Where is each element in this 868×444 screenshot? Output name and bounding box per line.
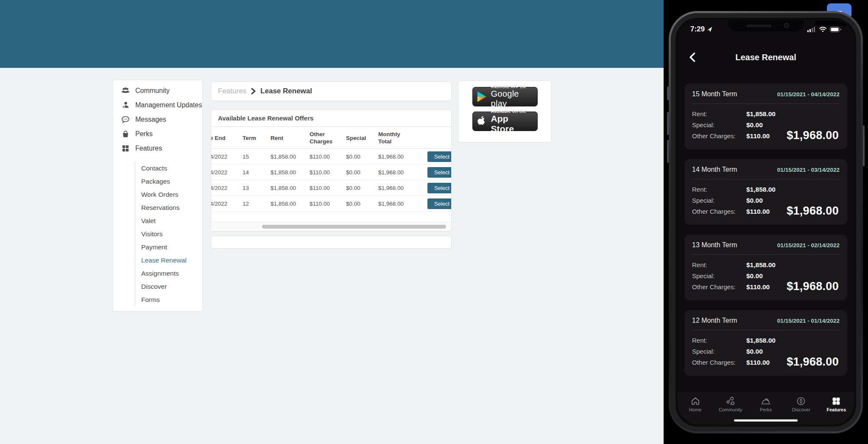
cell-term: 15 (243, 154, 271, 160)
other-charges-value: $110.00 (746, 208, 770, 215)
rent-label: Rent: (692, 109, 746, 120)
phone-frame: 7:29 (669, 11, 863, 433)
sidebar-item-label: Community (135, 87, 170, 95)
scrollbar-thumb[interactable] (262, 225, 446, 229)
breadcrumb-parent[interactable]: Features (218, 87, 246, 95)
rent-label: Rent: (692, 184, 746, 195)
breadcrumb: Features Lease Renewal (211, 81, 452, 101)
term-dates: 01/15/2021 - 02/14/2022 (777, 242, 840, 249)
features-icon (121, 144, 130, 153)
sidebar-item-community[interactable]: Community (113, 84, 202, 98)
select-offer-button[interactable]: Select (427, 183, 452, 193)
google-play-badge[interactable]: ANDROID APP ON Google play (472, 87, 538, 106)
col-other-charges: OtherCharges (310, 131, 346, 145)
other-charges-value: $110.00 (746, 359, 770, 366)
sidebar-item-perks[interactable]: Perks (113, 127, 202, 141)
cell-lease-end: 4/2022 (211, 154, 243, 160)
sidebar-item-contacts[interactable]: Contacts (135, 162, 202, 175)
sidebar-item-messages[interactable]: Messages (113, 112, 202, 127)
offers-panel-title: Available Lease Renewal Offers (211, 110, 451, 127)
chevron-right-icon (251, 88, 256, 95)
sidebar-item-work-orders[interactable]: Work Orders (135, 188, 202, 201)
cell-lease-end: 4/2022 (211, 201, 243, 207)
cell-term: 12 (243, 201, 271, 207)
location-arrow-icon (707, 27, 712, 32)
select-offer-button[interactable]: Select (427, 167, 452, 178)
term-label: 12 Month Term (692, 317, 737, 324)
apple-icon (477, 115, 487, 127)
select-offer-button[interactable]: Select (427, 151, 452, 162)
sidebar-item-lease-renewal[interactable]: Lease Renewal (135, 254, 202, 267)
sidebar-item-packages[interactable]: Packages (135, 175, 202, 188)
cell-rent: $1,858.00 (271, 185, 310, 191)
badge-line1: Available on the (491, 109, 533, 114)
app-root: Community Management Updates Messages (0, 0, 868, 444)
cell-rent: $1,858.00 (271, 201, 310, 207)
table-row: 4/2022 13 $1,858.00 $110.00 $0.00 $1,968… (211, 180, 451, 196)
cell-other: $110.00 (310, 169, 346, 176)
cell-special: $0.00 (346, 185, 378, 191)
term-dates: 01/15/2021 - 01/14/2022 (777, 318, 840, 324)
tab-features[interactable]: Features (819, 396, 854, 424)
select-offer-button[interactable]: Select (427, 198, 452, 209)
other-charges-value: $110.00 (746, 283, 770, 290)
community-icon (726, 396, 736, 406)
rent-label: Rent: (692, 335, 746, 346)
home-indicator[interactable] (734, 419, 798, 422)
table-row: 4/2022 12 $1,858.00 $110.00 $0.00 $1,968… (211, 196, 451, 212)
sidebar-item-management-updates[interactable]: Management Updates (113, 98, 202, 112)
google-play-icon (477, 90, 487, 103)
lease-offer-card[interactable]: 15 Month Term 01/15/2021 - 04/14/2022 Re… (684, 84, 847, 149)
cell-other: $110.00 (310, 154, 346, 160)
special-value: $0.00 (746, 348, 763, 355)
cell-other: $110.00 (310, 185, 346, 191)
back-chevron-icon[interactable] (687, 51, 699, 63)
sidebar-item-assignments[interactable]: Assignments (135, 267, 202, 280)
horizontal-scrollbar[interactable] (211, 222, 451, 231)
cell-lease-end: 4/2022 (211, 185, 243, 191)
sidebar-item-visitors[interactable]: Visitors (135, 227, 202, 240)
badge-line2: App Store (491, 114, 533, 134)
special-label: Special: (692, 120, 746, 131)
sidebar-item-label: Management Updates (135, 101, 202, 109)
empty-panel (211, 236, 452, 249)
monthly-total: $1,968.00 (787, 204, 839, 218)
special-label: Special: (692, 271, 746, 282)
sidebar-item-discover[interactable]: Discover (135, 280, 202, 293)
sidebar-item-payment[interactable]: Payment (135, 240, 202, 254)
web-page: Community Management Updates Messages (0, 0, 664, 444)
other-charges-label: Other Charges: (692, 282, 746, 293)
lease-offer-card[interactable]: 14 Month Term 01/15/2021 - 03/14/2022 Re… (684, 159, 847, 225)
sidebar-item-valet[interactable]: Valet (135, 214, 202, 227)
sidebar-item-label: Perks (135, 130, 153, 138)
sidebar-item-forms[interactable]: Forms (135, 293, 202, 306)
rent-value: $1,858.00 (746, 261, 776, 268)
col-rent: Rent (271, 134, 310, 142)
cell-rent: $1,858.00 (271, 169, 310, 176)
other-charges-value: $110.00 (746, 132, 770, 140)
offers-table-header: e End Term Rent OtherCharges Special Mon… (211, 127, 451, 149)
cell-special: $0.00 (346, 169, 378, 176)
phone-notch (728, 20, 804, 31)
phone-screen: 7:29 (678, 20, 854, 424)
discover-icon (796, 396, 806, 406)
tab-home[interactable]: Home (678, 396, 713, 424)
col-monthly-total: MonthlyTotal (378, 131, 419, 145)
cell-total: $1,968.00 (378, 185, 419, 191)
cell-rent: $1,858.00 (271, 154, 310, 160)
wifi-icon (819, 27, 827, 32)
features-submenu: Contacts Packages Work Orders Reservatio… (135, 162, 202, 306)
term-label: 15 Month Term (692, 90, 737, 98)
lease-offer-card[interactable]: 12 Month Term 01/15/2021 - 01/14/2022 Re… (684, 310, 847, 376)
status-time: 7:29 (690, 25, 705, 34)
app-store-badge[interactable]: Available on the App Store (472, 112, 538, 131)
sidebar-item-features[interactable]: Features (113, 141, 202, 156)
lease-offer-card[interactable]: 13 Month Term 01/15/2021 - 02/14/2022 Re… (684, 235, 847, 300)
sidebar-item-reservations[interactable]: Reservations (135, 201, 202, 214)
cell-other: $110.00 (310, 201, 346, 207)
rent-value: $1,858.00 (746, 337, 776, 344)
cell-term: 14 (243, 169, 271, 176)
offers-panel: Available Lease Renewal Offers e End Ter… (211, 109, 452, 232)
phone-mockup-region: 7:29 (664, 0, 868, 444)
community-icon (121, 87, 130, 95)
